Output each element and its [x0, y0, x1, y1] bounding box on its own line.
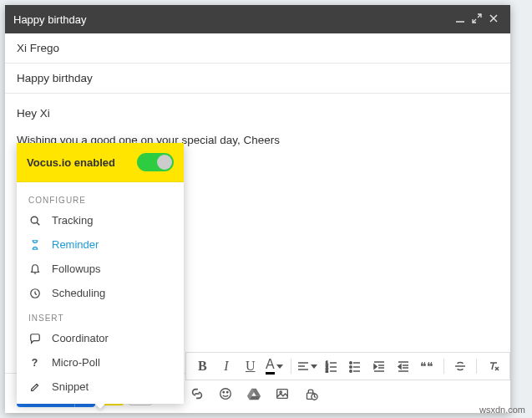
italic-button[interactable]: I	[215, 354, 238, 378]
insert-link-button[interactable]	[185, 382, 209, 405]
magnifier-icon	[28, 215, 42, 227]
bell-icon	[28, 263, 42, 275]
insert-drive-button[interactable]	[242, 382, 266, 405]
to-field[interactable]: Xi Frego	[5, 33, 510, 64]
clock-icon	[28, 288, 42, 299]
window-title: Happy birthday	[13, 13, 452, 26]
vocus-item-micropoll[interactable]: ? Micro-Poll	[17, 350, 184, 375]
vocus-header: Vocus.io enabled	[17, 143, 184, 182]
svg-marker-9	[276, 364, 283, 369]
vocus-item-label: Tracking	[52, 214, 93, 227]
vocus-item-reminder[interactable]: Reminder	[17, 232, 184, 257]
subject-field[interactable]: Happy birthday	[5, 64, 510, 94]
vocus-item-followups[interactable]: Followups	[17, 257, 184, 281]
svg-point-41	[220, 388, 231, 399]
underline-button[interactable]: U	[239, 354, 261, 378]
svg-text:?: ?	[32, 357, 38, 369]
insert-emoji-button[interactable]	[214, 382, 237, 405]
svg-marker-13	[311, 364, 317, 369]
indent-more-button[interactable]	[392, 354, 414, 378]
remove-formatting-button[interactable]	[482, 354, 504, 378]
vocus-item-tracking[interactable]: Tracking	[17, 208, 184, 232]
svg-point-43	[226, 391, 227, 392]
vocus-panel: Vocus.io enabled CONFIGURE Tracking Remi…	[17, 143, 184, 404]
formatting-toolbar: B I U A 123 ❝❝	[185, 352, 510, 380]
vocus-item-label: Reminder	[52, 238, 99, 251]
bullet-list-button[interactable]	[344, 354, 367, 378]
insert-section-label: INSERT	[17, 305, 184, 326]
vocus-enabled-label: Vocus.io enabled	[27, 156, 137, 169]
vocus-item-coordinator[interactable]: Coordinator	[17, 326, 184, 350]
vocus-item-snippet[interactable]: Snippet	[17, 375, 184, 399]
svg-point-20	[350, 362, 352, 364]
title-bar: Happy birthday	[5, 5, 510, 33]
pencil-icon	[28, 381, 42, 393]
vocus-item-scheduling[interactable]: Scheduling	[17, 281, 184, 305]
confidential-mode-button[interactable]	[299, 382, 322, 405]
configure-section-label: CONFIGURE	[17, 187, 184, 208]
watermark: wsxdn.com	[479, 405, 525, 415]
text-color-button[interactable]: A	[263, 354, 286, 378]
quote-button[interactable]: ❝❝	[416, 354, 438, 378]
svg-marker-30	[374, 364, 377, 369]
vocus-item-label: Micro-Poll	[52, 356, 100, 369]
chat-icon	[28, 333, 42, 344]
svg-point-21	[350, 366, 352, 368]
expand-button[interactable]	[469, 13, 485, 26]
hourglass-icon	[28, 239, 42, 251]
align-button[interactable]	[296, 354, 319, 378]
vocus-item-label: Snippet	[52, 380, 89, 393]
svg-line-6	[37, 222, 39, 225]
vocus-item-label: Coordinator	[52, 332, 109, 344]
insert-photo-button[interactable]	[271, 382, 294, 405]
vocus-item-label: Followups	[52, 263, 101, 275]
svg-point-22	[350, 370, 352, 372]
svg-point-42	[223, 391, 224, 392]
svg-point-48	[280, 391, 281, 393]
numbered-list-button[interactable]: 123	[320, 354, 342, 378]
svg-marker-35	[398, 364, 401, 369]
bold-button[interactable]: B	[191, 354, 214, 378]
vocus-toggle[interactable]	[137, 153, 174, 171]
vocus-item-label: Scheduling	[52, 287, 105, 299]
body-line: Hey Xi	[17, 105, 499, 122]
close-button[interactable]	[485, 13, 502, 26]
compose-window: Happy birthday Xi Frego Happy birthday H…	[5, 5, 510, 413]
svg-text:3: 3	[326, 369, 328, 373]
minimize-button[interactable]	[452, 13, 469, 26]
strikethrough-button[interactable]	[449, 354, 472, 378]
svg-point-5	[31, 217, 38, 223]
question-icon: ?	[28, 357, 42, 369]
indent-less-button[interactable]	[368, 354, 391, 378]
